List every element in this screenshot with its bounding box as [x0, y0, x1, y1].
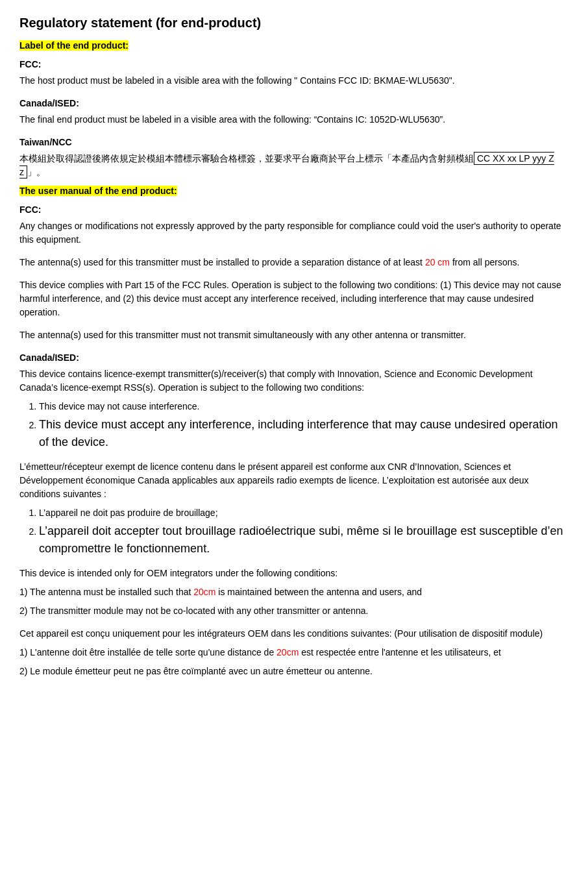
antenna-text-1: The antenna(s) used for this transmitter… — [19, 256, 569, 269]
list-item-fr-1: L’appareil ne doit pas produire de broui… — [39, 506, 569, 520]
label-heading: Label of the end product: — [19, 39, 569, 53]
fcc-rules-text: This device complies with Part 15 of the… — [19, 278, 569, 319]
taiwan-ncc-heading: Taiwan/NCC — [19, 136, 569, 149]
canada-ised2-section: Canada/ISED: This device contains licenc… — [19, 351, 569, 451]
french-section: L’émetteur/récepteur exempt de licence c… — [19, 460, 569, 558]
canada-ised2-text: This device contains licence-exempt tran… — [19, 367, 569, 395]
fcc-heading-2: FCC: — [19, 203, 569, 217]
fcc-heading-1: FCC: — [19, 58, 569, 71]
user-manual-heading: The user manual of the end product: — [19, 184, 569, 198]
antenna-section-1: The antenna(s) used for this transmitter… — [19, 256, 569, 269]
oem-section: This device is intended only for OEM int… — [19, 567, 569, 618]
taiwan-ncc-text: 本模組於取得認證後將依規定於模組本體標示審驗合格標簽，並要求平台廠商於平台上標示… — [19, 152, 569, 179]
label-section: Label of the end product: FCC: The host … — [19, 39, 569, 88]
canada-ised-heading-1: Canada/ISED: — [19, 97, 569, 110]
canada-ised-label-section: Canada/ISED: The final end product must … — [19, 97, 569, 127]
fcc-label-text: The host product must be labeled in a vi… — [19, 74, 569, 88]
cet-cond-1: 1) L'antenne doit être installée de tell… — [19, 646, 569, 659]
page-title: Regulatory statement (for end-product) — [19, 13, 569, 32]
cet-text-1: Cet appareil est conçu uniquement pour l… — [19, 627, 569, 641]
cet-section: Cet appareil est conçu uniquement pour l… — [19, 627, 569, 678]
french-text-1: L’émetteur/récepteur exempt de licence c… — [19, 460, 569, 501]
canada-list-fr: L’appareil ne doit pas produire de broui… — [39, 506, 569, 558]
oem-cond-1: 1) The antenna must be installed such th… — [19, 585, 569, 599]
list-item: This device may not cause interference. — [39, 400, 569, 413]
fcc2-text1: Any changes or modifications not express… — [19, 219, 569, 247]
list-item: This device must accept any interference… — [39, 416, 569, 451]
oem-text-1: This device is intended only for OEM int… — [19, 567, 569, 580]
antenna-section-2: The antenna(s) used for this transmitter… — [19, 328, 569, 342]
antenna-text-2: The antenna(s) used for this transmitter… — [19, 328, 569, 342]
fcc-rules-section: This device complies with Part 15 of the… — [19, 278, 569, 319]
taiwan-ncc-section: Taiwan/NCC 本模組於取得認證後將依規定於模組本體標示審驗合格標簽，並要… — [19, 136, 569, 179]
cet-cond-2: 2) Le module émetteur peut ne pas être c… — [19, 665, 569, 678]
user-manual-section: The user manual of the end product: FCC:… — [19, 184, 569, 247]
canada-ised-label-text: The final end product must be labeled in… — [19, 113, 569, 127]
canada-ised2-heading: Canada/ISED: — [19, 351, 569, 365]
oem-cond-2: 2) The transmitter module may not be co-… — [19, 604, 569, 618]
list-item-fr-2: L’appareil doit accepter tout brouillage… — [39, 522, 569, 558]
canada-list-en: This device may not cause interference. … — [39, 400, 569, 451]
